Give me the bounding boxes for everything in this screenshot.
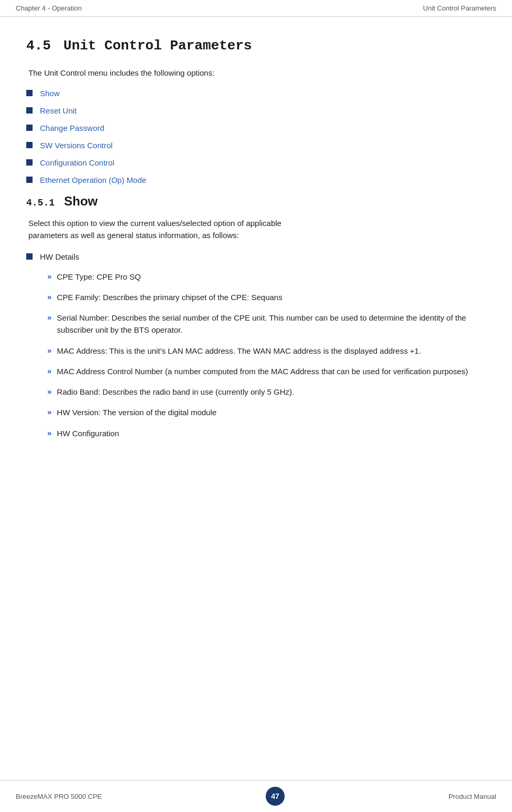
chevron-icon: » — [47, 406, 51, 418]
footer-page-number: 47 — [266, 787, 285, 806]
chevron-icon: » — [47, 386, 51, 398]
bullet-item: SW Versions Control — [26, 141, 486, 150]
page-header: Chapter 4 - Operation Unit Control Param… — [0, 0, 512, 17]
bullet-item: Configuration Control — [26, 158, 486, 167]
sub-item-text: MAC Address: This is the unit’s LAN MAC … — [57, 345, 421, 357]
chevron-icon: » — [47, 291, 51, 303]
intro-text: The Unit Control menu includes the follo… — [28, 68, 486, 77]
hw-details-label: HW Details — [40, 252, 79, 261]
bullet-icon — [26, 177, 33, 183]
sub-item: »Radio Band: Describes the radio band in… — [47, 386, 486, 398]
chevron-icon: » — [47, 427, 51, 439]
subsection-text: Select this option to view the current v… — [28, 217, 486, 242]
bullet-icon — [26, 125, 33, 131]
hw-details-section: HW Details »CPE Type: CPE Pro SQ»CPE Fam… — [26, 252, 486, 439]
sub-item: »MAC Address: This is the unit’s LAN MAC… — [47, 345, 486, 357]
subsection-header: 4.5.1 Show — [26, 194, 486, 209]
bullet-icon — [26, 107, 33, 114]
sub-item: »HW Configuration — [47, 427, 486, 439]
bullet-icon — [26, 90, 33, 96]
chevron-icon: » — [47, 271, 51, 283]
header-left: Chapter 4 - Operation — [16, 4, 82, 12]
section-heading: Unit Control Parameters — [64, 38, 252, 54]
sub-item-text: CPE Type: CPE Pro SQ — [57, 271, 141, 283]
bullet-item: Show — [26, 89, 486, 98]
sub-item-text: HW Version: The version of the digital m… — [57, 406, 216, 418]
bullet-link[interactable]: Ethernet Operation (Op) Mode — [40, 176, 147, 184]
hw-details-bullet-icon — [26, 253, 33, 260]
section-title: 4.5Unit Control Parameters — [26, 38, 486, 54]
chevron-icon: » — [47, 312, 51, 324]
footer-left: BreezeMAX PRO 5000 CPE — [16, 793, 102, 800]
page-footer: BreezeMAX PRO 5000 CPE 47 Product Manual — [0, 780, 512, 812]
bullet-link[interactable]: Reset Unit — [40, 106, 77, 115]
bullet-item: Reset Unit — [26, 106, 486, 115]
sub-item-text: HW Configuration — [57, 427, 119, 439]
chevron-icon: » — [47, 345, 51, 357]
section-number: 4.5 — [26, 38, 51, 54]
sub-item-text: Radio Band: Describes the radio band in … — [57, 386, 294, 398]
sub-item: »CPE Type: CPE Pro SQ — [47, 271, 486, 283]
bullet-icon — [26, 159, 33, 166]
sub-item: »HW Version: The version of the digital … — [47, 406, 486, 418]
sub-item-text: CPE Family: Describes the primary chipse… — [57, 291, 282, 303]
header-right: Unit Control Parameters — [423, 4, 496, 12]
main-content: 4.5Unit Control Parameters The Unit Cont… — [0, 17, 512, 490]
hw-details-row: HW Details — [26, 252, 486, 261]
subsection-text2: parameters as well as general status inf… — [28, 231, 239, 240]
sub-item-text: Serial Number: Describes the serial numb… — [57, 312, 486, 336]
sub-item: »Serial Number: Describes the serial num… — [47, 312, 486, 336]
bullet-item: Change Password — [26, 124, 486, 132]
bullet-list: ShowReset UnitChange PasswordSW Versions… — [26, 89, 486, 184]
footer-right: Product Manual — [448, 793, 496, 800]
bullet-link[interactable]: Show — [40, 89, 60, 98]
subsection-number: 4.5.1 — [26, 198, 55, 208]
sub-item: »MAC Address Control Number (a number co… — [47, 365, 486, 377]
bullet-link[interactable]: SW Versions Control — [40, 141, 112, 150]
sub-item-text: MAC Address Control Number (a number com… — [57, 365, 468, 377]
bullet-link[interactable]: Configuration Control — [40, 158, 114, 167]
bullet-icon — [26, 142, 33, 148]
sub-item: »CPE Family: Describes the primary chips… — [47, 291, 486, 303]
bullet-item: Ethernet Operation (Op) Mode — [26, 176, 486, 184]
subsection-text1: Select this option to view the current v… — [28, 219, 281, 228]
subsection-heading: Show — [64, 194, 98, 209]
bullet-link[interactable]: Change Password — [40, 124, 105, 132]
chevron-icon: » — [47, 365, 51, 377]
sub-item-list: »CPE Type: CPE Pro SQ»CPE Family: Descri… — [47, 271, 486, 439]
